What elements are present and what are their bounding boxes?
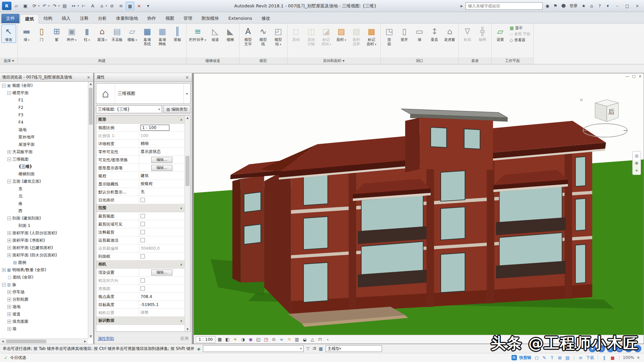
- prop-value[interactable]: 编辑...: [139, 268, 184, 276]
- tab-architecture[interactable]: 建筑: [20, 14, 39, 23]
- tab-structure[interactable]: 结构: [39, 14, 57, 23]
- properties-header[interactable]: 属性 ×: [95, 73, 192, 82]
- tool-wall-opening[interactable]: ▭墙: [412, 24, 427, 43]
- reveal-hidden-icon[interactable]: ☼: [286, 336, 292, 343]
- selection-filter-icon[interactable]: ▽: [306, 346, 309, 351]
- aligned-dimension-icon[interactable]: ⊢: [79, 2, 88, 10]
- check-icon[interactable]: ✓: [4, 355, 8, 360]
- tree-item[interactable]: F1: [0, 97, 88, 104]
- rendering-icon[interactable]: ◉: [247, 336, 254, 343]
- default-3d-view-icon[interactable]: ⌂: [98, 2, 106, 10]
- app-menu-icon[interactable]: R: [2, 2, 11, 10]
- tool-component[interactable]: ▣构件 ▾: [64, 24, 79, 43]
- collapse-icon[interactable]: ‹: [324, 336, 331, 343]
- tree-expander-icon[interactable]: +: [7, 231, 11, 235]
- tree-item[interactable]: ▢图纸 (全部): [0, 274, 88, 281]
- tree-item[interactable]: {三维}: [0, 163, 88, 170]
- tree-item[interactable]: 东: [0, 185, 88, 192]
- prop-checkbox[interactable]: [141, 230, 145, 234]
- prop-edit-field[interactable]: 1 : 100: [141, 125, 169, 131]
- print-icon[interactable]: ▤: [60, 2, 69, 10]
- prop-checkbox[interactable]: [141, 198, 145, 202]
- tree-item[interactable]: 南: [0, 200, 88, 207]
- scroll-left-icon[interactable]: ◀: [0, 339, 5, 344]
- prop-value[interactable]: -51905.1: [139, 301, 184, 308]
- tool-show-workplane[interactable]: ▦显示: [508, 25, 532, 31]
- help-menu-icon[interactable]: ▾: [604, 3, 612, 8]
- tool-dormer[interactable]: ⌂老虎窗: [442, 24, 457, 43]
- tree-item[interactable]: 屋顶平面: [0, 141, 88, 148]
- measure-dropdown-icon[interactable]: ▾: [77, 4, 79, 7]
- tab-annotate[interactable]: 注释: [75, 14, 93, 23]
- prop-value[interactable]: 1 : 100: [139, 124, 184, 131]
- sync-icon[interactable]: ⟳: [30, 2, 39, 10]
- tab-insert[interactable]: 插入: [57, 14, 75, 23]
- tree-expander-icon[interactable]: +: [7, 327, 11, 331]
- tree-expander-icon[interactable]: −: [7, 180, 11, 183]
- tree-expander-icon[interactable]: −: [7, 91, 11, 95]
- tool-column[interactable]: ▮柱 ▾: [79, 24, 94, 43]
- tab-modify[interactable]: 修改: [257, 14, 275, 23]
- prop-section-identity-data[interactable]: 标识数据∧: [96, 317, 184, 325]
- view-cube-face-label[interactable]: 后: [608, 108, 614, 116]
- save-icon[interactable]: ▤: [565, 355, 571, 360]
- tool-vertical-opening[interactable]: ↕垂直: [427, 24, 442, 43]
- section-icon[interactable]: ⊘: [108, 2, 116, 10]
- tree-expander-icon[interactable]: +: [7, 312, 11, 316]
- tree-item[interactable]: 剖面 1: [0, 222, 88, 229]
- tree-item[interactable]: ▤图例: [0, 259, 88, 266]
- tab-analyze[interactable]: 分析: [93, 14, 111, 23]
- tree-item[interactable]: 室外地坪: [0, 133, 88, 141]
- panel-label-select[interactable]: 选择 ▾: [0, 58, 17, 64]
- prop-value[interactable]: 编辑...: [139, 156, 184, 164]
- maximize-button[interactable]: □: [623, 2, 632, 10]
- tree-item[interactable]: −楼层平面: [0, 89, 88, 97]
- sun-path-icon[interactable]: ☀: [232, 336, 238, 343]
- measure-icon[interactable]: ↔: [69, 2, 78, 10]
- text-icon[interactable]: T: [549, 355, 555, 360]
- lock-3d-icon[interactable]: ⊙: [270, 336, 277, 343]
- tree-item[interactable]: +填充图案: [0, 318, 88, 325]
- scroll-down-icon[interactable]: ▼: [185, 328, 190, 331]
- prop-value[interactable]: 精细: [139, 140, 184, 147]
- customize-qat-icon[interactable]: ▾: [144, 2, 152, 10]
- scroll-right-icon[interactable]: ▶: [83, 339, 88, 344]
- apply-button[interactable]: 应用: [180, 336, 189, 342]
- drawing-viewport[interactable]: ― □ ×: [194, 73, 644, 344]
- prop-section-camera[interactable]: 相机∧: [96, 260, 184, 268]
- prop-value[interactable]: 708.4: [139, 293, 184, 300]
- tree-item[interactable]: −▣视图 (全部): [0, 82, 88, 89]
- tree-expander-icon[interactable]: +: [7, 320, 11, 323]
- tree-item[interactable]: F4: [0, 119, 88, 126]
- properties-vscrollbar[interactable]: ▲ ▼: [184, 116, 190, 331]
- prop-value[interactable]: [139, 220, 184, 228]
- prop-value[interactable]: [139, 285, 184, 292]
- temporary-hide-icon[interactable]: ∞: [278, 336, 285, 343]
- sync-dropdown-icon[interactable]: ▾: [38, 4, 40, 7]
- tree-expander-icon[interactable]: +: [7, 305, 11, 309]
- tree-item[interactable]: 北: [0, 192, 88, 200]
- edit-type-button[interactable]: ▦ 编辑类型: [163, 105, 191, 113]
- project-browser-hscrollbar[interactable]: ◀ ▶: [0, 339, 88, 344]
- tool-mullion[interactable]: ║竖梃: [170, 24, 185, 43]
- scrollbar-thumb[interactable]: [6, 340, 46, 343]
- view-scale-button[interactable]: 1 : 100: [196, 336, 215, 343]
- scroll-down-icon[interactable]: ▼: [88, 335, 93, 338]
- prop-section-extents[interactable]: 范围∧: [96, 204, 184, 212]
- exchange-apps-icon[interactable]: ⌂: [588, 3, 596, 8]
- tree-expander-icon[interactable]: +: [2, 268, 6, 272]
- tool-railing[interactable]: ≡栏杆扶手 ▾: [188, 24, 208, 43]
- tree-item[interactable]: −立面 (建筑立面): [0, 178, 88, 185]
- properties-help-link[interactable]: 属性帮助: [98, 336, 114, 342]
- properties-close-icon[interactable]: ×: [184, 75, 190, 80]
- tool-area[interactable]: ▨面积 ▾: [334, 24, 349, 43]
- recorder-close-icon[interactable]: ×: [637, 355, 640, 360]
- instance-selector[interactable]: 三维视图: {三维} ▾: [96, 105, 162, 113]
- prop-checkbox[interactable]: [141, 254, 145, 258]
- tree-expander-icon[interactable]: +: [7, 150, 11, 154]
- worksets-combo[interactable]: ▾: [203, 345, 304, 352]
- favorites-icon[interactable]: ★: [580, 3, 588, 8]
- tool-model-text[interactable]: A模型文字: [241, 24, 256, 47]
- tool-model-group[interactable]: ◰模型组 ▾: [271, 24, 286, 48]
- tree-item[interactable]: 西: [0, 207, 88, 215]
